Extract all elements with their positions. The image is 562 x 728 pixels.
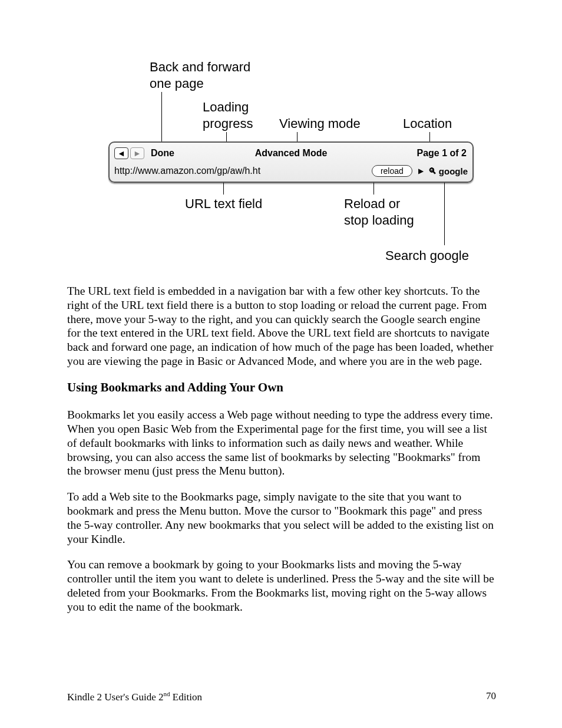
callout-viewing-mode: Viewing mode bbox=[279, 116, 361, 132]
triangle-right-icon: ▶ bbox=[418, 167, 424, 175]
callout-search: Search google bbox=[385, 248, 469, 264]
footer-page-number: 70 bbox=[486, 690, 496, 703]
loading-status: Done bbox=[151, 148, 174, 159]
paragraph-intro: The URL text field is embedded in a navi… bbox=[67, 284, 496, 368]
arrow-left-icon: ◄ bbox=[117, 149, 125, 157]
search-google[interactable]: 🔍︎ google bbox=[428, 166, 468, 176]
paragraph-bookmarks-3: You can remove a bookmark by going to yo… bbox=[67, 558, 496, 614]
callout-reload: Reload or stop loading bbox=[344, 196, 414, 228]
callout-location: Location bbox=[403, 116, 452, 132]
browser-toolbar: ◄ ► Done Advanced Mode Page 1 of 2 http:… bbox=[108, 141, 474, 183]
viewing-mode-label: Advanced Mode bbox=[255, 148, 328, 159]
arrow-right-icon: ► bbox=[133, 149, 141, 157]
reload-button[interactable]: reload bbox=[372, 165, 412, 177]
callout-back-forward: Back and forward one page bbox=[150, 59, 250, 91]
paragraph-bookmarks-1: Bookmarks let you easily access a Web pa… bbox=[67, 408, 496, 478]
browser-diagram: Back and forward one page Loading progre… bbox=[108, 59, 474, 277]
magnifier-icon: 🔍︎ bbox=[428, 166, 437, 176]
page-footer: Kindle 2 User's Guide 2nd Edition 70 bbox=[67, 690, 496, 703]
footer-title: Kindle 2 User's Guide 2nd Edition bbox=[67, 690, 202, 703]
search-label: google bbox=[439, 166, 468, 176]
page-location: Page 1 of 2 bbox=[417, 148, 467, 159]
url-text-field[interactable]: http://www.amazon.com/gp/aw/h.ht bbox=[114, 166, 260, 176]
paragraph-bookmarks-2: To add a Web site to the Bookmarks page,… bbox=[67, 490, 496, 546]
forward-button[interactable]: ► bbox=[130, 147, 144, 159]
callout-url-field: URL text field bbox=[185, 196, 262, 212]
section-heading-bookmarks: Using Bookmarks and Adding Your Own bbox=[67, 380, 496, 396]
back-button[interactable]: ◄ bbox=[114, 147, 128, 159]
callout-loading: Loading progress bbox=[203, 99, 253, 131]
